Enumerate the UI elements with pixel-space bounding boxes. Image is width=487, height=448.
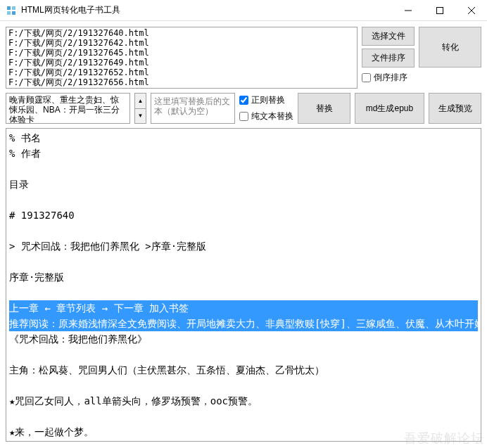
window-title: HTML网页转化电子书工具 xyxy=(21,4,392,16)
spin-up-button[interactable]: ▲ xyxy=(135,94,146,109)
top-buttons: 选择文件 文件排序 转化 倒序排序 xyxy=(362,27,481,89)
svg-rect-5 xyxy=(436,8,443,14)
replace-text-input[interactable]: 这里填写替换后的文本（默认为空） xyxy=(151,93,235,124)
svg-rect-3 xyxy=(12,11,15,15)
reverse-sort-label: 倒序排序 xyxy=(374,72,407,84)
editor-line: > 咒术回战：我把他们养黑化 >序章·完整版 xyxy=(9,238,478,254)
file-list[interactable]: F:/下载/网页/2/191327640.html F:/下载/网页/2/191… xyxy=(6,27,358,89)
file-list-item[interactable]: F:/下载/网页/2/191327642.html xyxy=(7,38,356,48)
editor-line: % 书名 xyxy=(9,130,478,146)
convert-button[interactable]: 转化 xyxy=(419,27,481,68)
file-list-item[interactable]: F:/下载/网页/2/191327640.html xyxy=(7,28,356,38)
file-list-item[interactable]: F:/下载/网页/2/191327652.html xyxy=(7,68,356,77)
editor-line: 序章·完整版 xyxy=(9,269,478,285)
spinner[interactable]: ▲ ▼ xyxy=(134,93,146,124)
editor-line: 目录 xyxy=(9,177,478,192)
regex-replace-checkbox[interactable]: 正则替换 xyxy=(239,93,293,108)
editor-line: ★来，一起做个梦。 xyxy=(9,424,478,440)
editor-line: 《咒术回战：我把他们养黑化》 xyxy=(9,331,478,347)
minimize-button[interactable] xyxy=(392,0,424,21)
svg-rect-2 xyxy=(7,11,11,15)
text-replace-checkbox[interactable]: 纯文本替换 xyxy=(239,109,293,124)
replace-mode-checks: 正则替换 纯文本替换 xyxy=(239,93,293,124)
window-controls xyxy=(392,0,487,20)
source-text-display[interactable]: 晚青顾霆琛、重生之贵妇、惊悚乐园、NBA：开局一张三分体验卡 xyxy=(6,93,130,124)
gen-preview-button[interactable]: 生成预览 xyxy=(429,93,481,124)
replace-button[interactable]: 替换 xyxy=(298,93,350,124)
md-epub-button[interactable]: md生成epub xyxy=(355,93,424,124)
select-file-button[interactable]: 选择文件 xyxy=(362,27,415,46)
app-icon xyxy=(6,5,17,16)
editor-line: ★咒回乙女同人，all单箭头向，修罗场预警，ooc预警。 xyxy=(9,393,478,409)
text-replace-input[interactable] xyxy=(239,112,248,121)
spin-down-button[interactable]: ▼ xyxy=(135,109,146,124)
top-row: F:/下载/网页/2/191327640.html F:/下载/网页/2/191… xyxy=(6,27,481,89)
file-list-item[interactable]: F:/下载/网页/2/191327649.html xyxy=(7,58,356,68)
regex-replace-label: 正则替换 xyxy=(251,94,285,106)
editor-line: # 191327640 xyxy=(9,207,478,223)
titlebar: HTML网页转化电子书工具 xyxy=(0,0,487,21)
editor-line-selected: 推荐阅读：原来婚浅情深全文免费阅读、开局地摊卖大力、非典型救赎[快穿]、三嫁咸鱼… xyxy=(9,316,478,331)
file-list-item[interactable]: F:/下载/网页/2/191327645.html xyxy=(7,48,356,58)
file-sort-button[interactable]: 文件排序 xyxy=(362,49,415,68)
file-list-item[interactable]: F:/下载/网页/2/191327656.html xyxy=(7,77,356,87)
preview-editor[interactable]: % 书名 % 作者 目录 # 191327640 > 咒术回战：我把他们养黑化 … xyxy=(6,128,481,442)
text-replace-label: 纯文本替换 xyxy=(251,110,293,122)
editor-line: 主角：松风葵、咒回男人们（主伏黑甚尔、五条悟、夏油杰、乙骨忧太） xyxy=(9,362,478,378)
regex-replace-input[interactable] xyxy=(239,96,248,105)
reverse-sort-input[interactable] xyxy=(362,73,371,82)
svg-rect-0 xyxy=(7,6,11,10)
svg-rect-1 xyxy=(12,6,15,10)
mid-row: 晚青顾霆琛、重生之贵妇、惊悚乐园、NBA：开局一张三分体验卡 ▲ ▼ 这里填写替… xyxy=(6,93,481,124)
editor-line: % 作者 xyxy=(9,146,478,161)
editor-line-selected: 上一章 ← 章节列表 → 下一章 加入书签 xyxy=(9,300,478,316)
content-area: F:/下载/网页/2/191327640.html F:/下载/网页/2/191… xyxy=(0,21,487,447)
maximize-button[interactable] xyxy=(424,0,455,21)
reverse-sort-checkbox[interactable]: 倒序排序 xyxy=(362,70,481,85)
close-button[interactable] xyxy=(455,0,487,21)
